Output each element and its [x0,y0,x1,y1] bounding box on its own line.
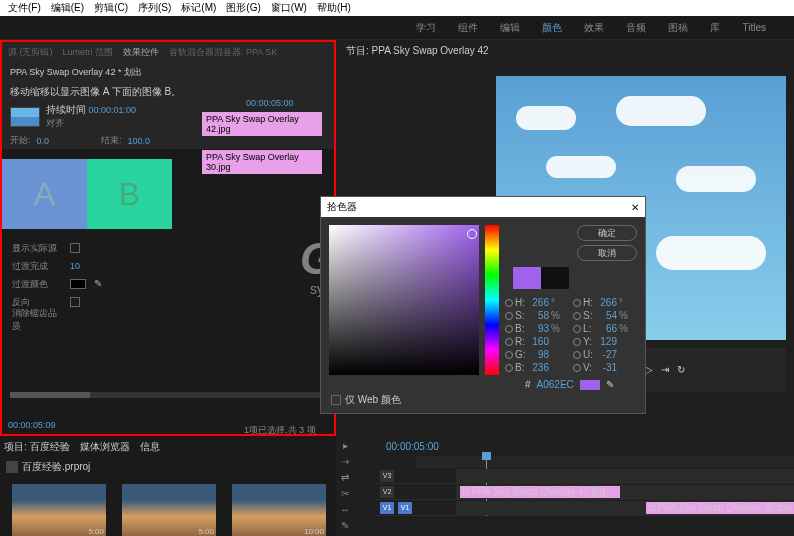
eyedropper-icon[interactable]: ✎ [94,278,106,290]
v1-toggle[interactable]: V1 [398,502,412,514]
tab-project[interactable]: 项目: 百度经验 [4,440,70,454]
bb-radio[interactable] [505,364,513,372]
ws-titles[interactable]: Titles [734,20,774,35]
track-v3-content[interactable] [456,469,794,483]
r-radio[interactable] [505,338,513,346]
tab-media[interactable]: 媒体浏览器 [80,440,130,454]
r-value[interactable]: 160 [527,336,549,347]
tab-effect-controls[interactable]: 效果控件 [123,46,159,59]
mini-clip-2[interactable]: PPA Sky Swap Overlay 30.jpg [202,150,322,174]
v3-toggle[interactable]: V3 [380,470,394,482]
menu-marker[interactable]: 标记(M) [177,0,220,16]
end-value[interactable]: 100.0 [128,136,151,146]
reverse-checkbox[interactable] [70,297,80,307]
mini-clip-1[interactable]: PPA Sky Swap Overlay 42.jpg [202,112,322,136]
ol-value[interactable]: 66 [595,323,617,334]
hue-slider[interactable] [485,225,499,375]
completion-value[interactable]: 10 [70,261,80,271]
s-radio[interactable] [505,312,513,320]
color-gradient[interactable] [329,225,479,375]
goto-out-icon[interactable]: ⇥ [661,364,669,375]
menu-graphics[interactable]: 图形(G) [222,0,264,16]
os-radio[interactable] [573,312,581,320]
ws-graphics[interactable]: 图稿 [660,19,696,37]
gradient-cursor[interactable] [467,229,477,239]
tab-audio-mixer[interactable]: 音轨混合器混音器: PPA SK [169,46,277,59]
cancel-button[interactable]: 取消 [577,245,637,261]
track-select-icon[interactable]: ⇢ [338,456,352,470]
menu-clip[interactable]: 剪辑(C) [90,0,132,16]
bin-thumb: 5:00 [122,484,216,536]
timeline-clip-v2[interactable]: fx PPA Sky Swap Overlay 42.jpg [460,486,620,498]
ou-radio[interactable] [573,351,581,359]
show-actual-checkbox[interactable] [70,243,80,253]
v1-src[interactable]: V1 [380,502,394,514]
menu-edit[interactable]: 编辑(E) [47,0,88,16]
tab-lumetri[interactable]: Lumetri 范围 [63,46,114,59]
timeline-clip-v1[interactable]: fx PPA Sky Swap Overlay 30.jpg [646,502,794,514]
bb-value[interactable]: 236 [527,362,549,373]
oy-value[interactable]: 129 [595,336,617,347]
ok-button[interactable]: 确定 [577,225,637,241]
ov-value[interactable]: -31 [595,362,617,373]
close-icon[interactable]: ✕ [631,202,639,213]
start-value[interactable]: 0.0 [37,136,50,146]
menu-help[interactable]: 帮助(H) [313,0,355,16]
ws-editing[interactable]: 编辑 [492,19,528,37]
menu-window[interactable]: 窗口(W) [267,0,311,16]
ws-audio[interactable]: 音频 [618,19,654,37]
bin-item-1[interactable]: 5:00 PPA Sky Swap Overl... [122,484,216,536]
align-label: 对齐 [46,117,136,130]
ol-radio[interactable] [573,325,581,333]
ws-library[interactable]: 库 [702,19,728,37]
menu-file[interactable]: 文件(F) [4,0,45,16]
oh-value[interactable]: 266 [595,297,617,308]
tab-info[interactable]: 信息 [140,440,160,454]
ws-effects[interactable]: 效果 [576,19,612,37]
ab-scrollbar[interactable] [10,392,330,398]
track-v1-content[interactable]: fx PPA Sky Swap Overlay 30.jpg [456,501,794,515]
picker-eyedropper-icon[interactable]: ✎ [606,379,614,390]
selection-tool-icon[interactable]: ▸ [338,440,352,454]
menu-sequence[interactable]: 序列(S) [134,0,175,16]
slip-tool-icon[interactable]: ↔ [338,504,352,518]
step-fwd-icon[interactable]: ▷ [645,364,653,375]
hex-swatch [580,380,600,390]
timeline-tools: ▸ ⇢ ⇄ ✂ ↔ ✎ ✋ T [338,436,372,536]
ov-radio[interactable] [573,364,581,372]
tab-source[interactable]: 源 (无剪辑) [8,46,53,59]
s-value[interactable]: 58 [527,310,549,321]
track-v2-content[interactable]: fx PPA Sky Swap Overlay 42.jpg [456,485,794,499]
h-radio[interactable] [505,299,513,307]
loop-icon[interactable]: ↻ [677,364,685,375]
edge-color-chip[interactable] [70,279,86,289]
picker-titlebar[interactable]: 拾色器 ✕ [321,197,645,217]
duration-value[interactable]: 00:00:01:00 [89,105,137,115]
os-value[interactable]: 54 [595,310,617,321]
ou-value[interactable]: -27 [595,349,617,360]
menubar[interactable]: 文件(F) 编辑(E) 剪辑(C) 序列(S) 标记(M) 图形(G) 窗口(W… [0,0,794,16]
ws-learn[interactable]: 学习 [408,19,444,37]
prop-edge-color: 过渡颜色 [12,278,62,291]
oh-radio[interactable] [573,299,581,307]
ripple-tool-icon[interactable]: ⇄ [338,472,352,486]
ws-color[interactable]: 颜色 [534,19,570,37]
h-value[interactable]: 266 [527,297,549,308]
preview-tab[interactable]: 节目: PPA Sky Swap Overlay 42 [346,44,489,58]
pen-tool-icon[interactable]: ✎ [338,520,352,534]
hex-value[interactable]: A062EC [537,379,574,390]
bin-item-0[interactable]: 5:00 PPA Sky Swap Overl... [12,484,106,536]
end-label: 结束: [101,134,122,147]
b-radio[interactable] [505,325,513,333]
g-radio[interactable] [505,351,513,359]
ws-assembly[interactable]: 组件 [450,19,486,37]
b-value[interactable]: 93 [527,323,549,334]
timeline-timecode[interactable]: 00:00:05:00 [386,441,439,452]
oy-radio[interactable] [573,338,581,346]
timeline-ruler[interactable] [416,456,794,468]
razor-tool-icon[interactable]: ✂ [338,488,352,502]
bin-item-2[interactable]: 10:00 PPA Sky Swap Overl... [232,484,326,536]
v2-toggle[interactable]: V2 [380,486,394,498]
web-only-checkbox[interactable] [331,395,341,405]
g-value[interactable]: 98 [527,349,549,360]
